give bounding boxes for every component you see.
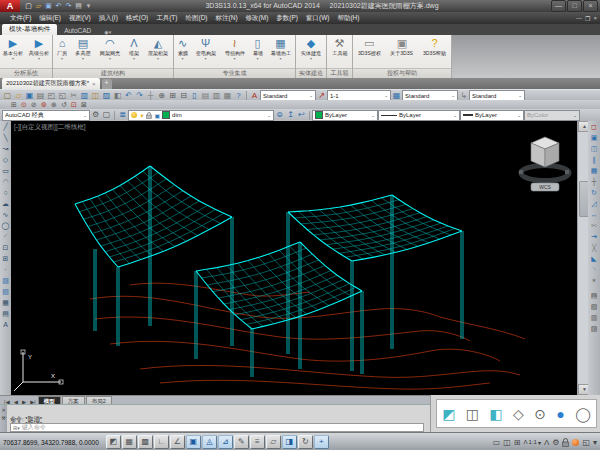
construction-line-icon[interactable]: ╲ xyxy=(0,132,11,143)
ribbon-substation-frame-button[interactable]: Ψ 变电构架 ▾ xyxy=(194,35,218,68)
performance-tuner-icon[interactable] xyxy=(572,439,579,446)
explode-icon[interactable]: ✶ xyxy=(589,275,600,286)
ribbon-curtainwall-button[interactable]: ▯ 幕墙 ▾ xyxy=(252,35,264,68)
ribbon-spaceframe-button[interactable]: ◠ 网架网壳 ▾ xyxy=(98,35,122,68)
menu-item[interactable]: 格式(O) xyxy=(122,14,152,23)
ribbon-tab-autocad[interactable]: AutoCAD xyxy=(57,26,98,35)
workspace-monitor-icon[interactable]: ▢ xyxy=(101,110,112,120)
ribbon-curtainwall-thermal-button[interactable]: ▦ 幕墙热工 ▾ xyxy=(269,35,293,68)
stretch-icon[interactable]: ↔ xyxy=(589,209,600,220)
move-icon[interactable]: ┼ xyxy=(589,176,600,187)
qat-undo-icon[interactable]: ↶ xyxy=(54,1,63,11)
vs-conceptual-icon[interactable]: ⊙ xyxy=(534,404,546,424)
ribbon-3d3s-license-button[interactable]: ▭ 3D3S授权 xyxy=(356,35,383,68)
doc-close-button[interactable]: × xyxy=(593,15,597,22)
model-space-button[interactable]: ▭ xyxy=(493,438,501,447)
new-icon[interactable]: ▢ xyxy=(2,91,13,101)
vs-realistic-icon[interactable]: ◇ xyxy=(513,404,524,424)
plot-icon[interactable]: ▤ xyxy=(35,91,46,101)
ribbon-rooftruss-button[interactable]: ◭ 屋架桁架 ▾ xyxy=(146,35,170,68)
arc-icon[interactable]: ◠ xyxy=(0,176,11,187)
command-prompt-icon[interactable]: ⊞▾ xyxy=(11,425,22,431)
layer-combo[interactable]: ☀ ▣ dim ⌄ xyxy=(128,110,274,121)
close-button[interactable]: × xyxy=(583,0,598,12)
vs-2d-wireframe-icon[interactable]: ◩ xyxy=(442,404,455,424)
bring-to-front-icon[interactable]: ▤ xyxy=(589,290,600,301)
copy-object-icon[interactable]: ▣ xyxy=(589,132,600,143)
mirror-icon[interactable]: ◫ xyxy=(589,143,600,154)
view-cube[interactable]: WCS xyxy=(519,137,569,191)
trim-icon[interactable]: ✂ xyxy=(589,220,600,231)
menu-item[interactable]: 标注(N) xyxy=(212,14,242,23)
transparency-toggle[interactable]: ▱ xyxy=(266,435,281,449)
circle-icon[interactable]: ○ xyxy=(0,187,11,198)
ortho-mode-toggle[interactable]: ∟ xyxy=(154,435,169,449)
zoom-previous-icon[interactable]: ⊟ xyxy=(178,91,189,101)
table-icon[interactable]: ▤ xyxy=(0,308,11,319)
menu-item[interactable]: 插入(I) xyxy=(95,14,122,23)
qat-redo-icon[interactable]: ↷ xyxy=(64,1,73,11)
polyline-icon[interactable]: ↝ xyxy=(0,143,11,154)
save-icon[interactable]: ▣ xyxy=(24,91,35,101)
chamfer-icon[interactable]: ◣ xyxy=(589,253,600,264)
make-block-icon[interactable]: ⊞ xyxy=(0,253,11,264)
command-window[interactable]: ✕ ⚒ 命令: *取消*命令: *取消*命令: <切换到: 模型>重生成模型 -… xyxy=(0,404,430,433)
command-input[interactable]: ⊞▾ 键入命令 xyxy=(10,423,424,432)
app-logo[interactable]: A xyxy=(0,0,20,12)
ribbon-tower-button[interactable]: Λ 塔架 ▾ xyxy=(128,35,140,68)
doc-restore-button[interactable]: ❐ xyxy=(585,15,590,22)
qat-new-icon[interactable]: ▢ xyxy=(24,1,33,11)
layer-lock-icon[interactable] xyxy=(146,112,152,119)
gradient-icon[interactable]: ▧ xyxy=(0,286,11,297)
workspace-settings-gear-icon[interactable]: ⚙ xyxy=(90,110,101,120)
ribbon-tab-module[interactable]: 模块-幕墙构件 xyxy=(2,24,57,35)
ribbon-multistory-button[interactable]: ▤ 多高层 ▾ xyxy=(74,35,92,68)
dynamic-input-toggle[interactable]: ✎ xyxy=(234,435,249,449)
ellipse-icon[interactable]: ◯ xyxy=(0,220,11,231)
drawing-canvas[interactable]: WCS Y X [-][自定义视图][二维线框] xyxy=(11,121,577,395)
ucs-object-icon[interactable]: ⊚ xyxy=(39,101,49,109)
pan-icon[interactable]: ┼ xyxy=(145,91,156,101)
ucs-z-axis-icon[interactable]: ⊠ xyxy=(79,101,89,109)
hatch-icon[interactable]: ▨ xyxy=(0,275,11,286)
quick-properties-toggle[interactable]: ◨ xyxy=(282,435,297,449)
block-editor-icon[interactable]: ◧ xyxy=(112,91,123,101)
help-icon[interactable]: ? xyxy=(233,91,244,101)
open-icon[interactable]: ▱ xyxy=(13,91,24,101)
status-menu-caret-icon[interactable]: ▾ xyxy=(593,438,597,447)
vs-manage-icon[interactable]: ◯ xyxy=(575,404,591,424)
publish-icon[interactable]: ◱ xyxy=(57,91,68,101)
scale-icon[interactable]: ◿ xyxy=(589,198,600,209)
vs-shaded-icon[interactable]: ● xyxy=(556,404,564,424)
ribbon-cable-membrane-button[interactable]: ∿ 索膜 ▾ xyxy=(177,35,189,68)
sheet-set-manager-icon[interactable]: ▦ xyxy=(222,91,233,101)
named-views-icon[interactable]: ⊞ xyxy=(9,101,19,109)
snap-mode-toggle[interactable]: ▦ xyxy=(122,435,137,449)
ucs-world-icon[interactable]: ⊘ xyxy=(29,101,39,109)
menu-item[interactable]: 修改(M) xyxy=(242,14,273,23)
polygon-icon[interactable]: ◇ xyxy=(0,154,11,165)
layer-freeze-sun-icon[interactable]: ☀ xyxy=(139,112,144,119)
tool-palettes-icon[interactable]: ▥ xyxy=(211,91,222,101)
3d-object-snap-toggle[interactable]: ◬ xyxy=(202,435,217,449)
ucs-face-icon[interactable]: ⊛ xyxy=(49,101,59,109)
layer-states-icon[interactable]: ⊜ xyxy=(274,110,285,120)
file-tab-active[interactable]: 20210302碧建宾医院雨棚方案* × xyxy=(2,78,100,89)
ribbon-3d3s-help-button[interactable]: ? 3D3S帮助 xyxy=(421,35,448,68)
menu-item[interactable]: 文件(F) xyxy=(6,14,35,23)
minimize-button[interactable]: — xyxy=(551,0,566,12)
point-icon[interactable]: · xyxy=(0,264,11,275)
paste-icon[interactable]: ◫ xyxy=(90,91,101,101)
annotation-scale-button[interactable]: Λ 1:1 ▾ xyxy=(524,439,541,446)
erase-icon[interactable]: ◻ xyxy=(589,121,600,132)
offset-icon[interactable]: ∥ xyxy=(589,154,600,165)
qat-plot-icon[interactable]: ▤ xyxy=(74,1,83,11)
annotation-monitor-toggle[interactable]: + xyxy=(314,435,329,449)
annotation-visibility-icon[interactable]: Λ xyxy=(544,438,549,447)
ribbon-solid-build-button[interactable]: ◆ 实体建造 ▾ xyxy=(299,35,323,68)
ucs-origin-icon[interactable]: ⊡ xyxy=(69,101,79,109)
new-drawing-tab-button[interactable]: + xyxy=(102,79,112,89)
break-icon[interactable]: ╳ xyxy=(589,242,600,253)
layer-on-bulb-icon[interactable] xyxy=(131,112,137,118)
bring-above-icon[interactable]: ▥ xyxy=(589,312,600,323)
